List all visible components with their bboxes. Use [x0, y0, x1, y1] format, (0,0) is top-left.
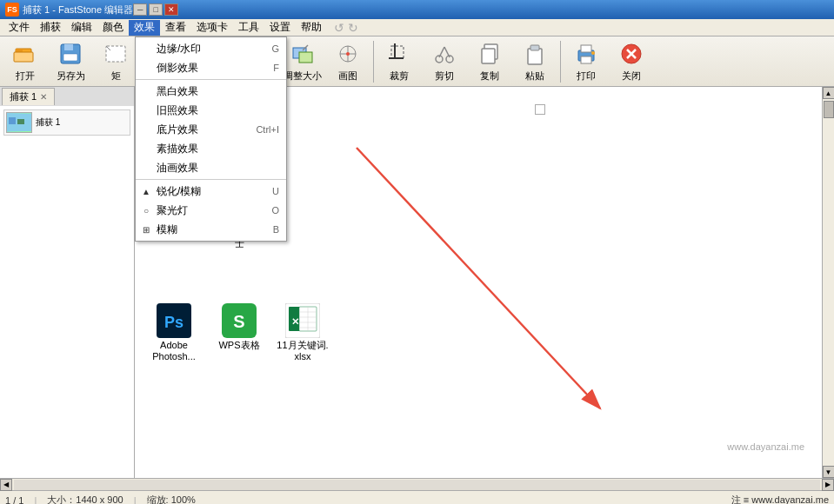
redo-icon[interactable]: ↻ [348, 21, 358, 35]
menu-sharpen-blur[interactable]: ▲ 锐化/模糊 U [136, 182, 286, 201]
draw-icon [334, 40, 362, 68]
svg-rect-36 [581, 45, 591, 52]
save-icon [57, 40, 84, 68]
open-button[interactable]: 打开 [3, 39, 47, 84]
paste-button[interactable]: 粘贴 [513, 39, 557, 84]
svg-rect-34 [530, 45, 539, 50]
resize-icon [289, 40, 317, 68]
zoom-info: 缩放: 100% [147, 494, 196, 504]
spotlight-shortcut: O [271, 205, 279, 216]
paste-label: 粘贴 [525, 70, 544, 83]
watermark: www.dayanzai.me [727, 441, 804, 452]
icon-excel[interactable]: ✕ 11月关键词.xlsx [272, 300, 333, 366]
menu-color[interactable]: 颜色 [97, 20, 129, 36]
resize-button[interactable]: 调整大小 [281, 39, 324, 84]
save-as-button[interactable]: 另存为 [49, 39, 92, 84]
open-label: 打开 [16, 70, 35, 83]
close-img-button[interactable]: 关闭 [610, 39, 653, 84]
capture-icon [102, 40, 130, 68]
draw-button[interactable]: 画图 [326, 39, 370, 84]
close-img-icon [617, 40, 645, 68]
left-panel: 捕获 1 ✕ 捕获 1 [0, 87, 135, 478]
menu-sep-1 [136, 79, 286, 80]
undo-icon[interactable]: ↺ [334, 21, 344, 35]
close-img-label: 关闭 [622, 70, 641, 83]
bw-label: 黑白效果 [157, 84, 198, 99]
title-text: 捕获 1 - FastStone 编辑器 [23, 3, 133, 17]
copy-icon [476, 40, 504, 68]
menu-tab[interactable]: 选项卡 [191, 20, 233, 36]
shadow-shortcut: F [273, 63, 279, 73]
menu-file[interactable]: 文件 [3, 20, 35, 36]
copy-button[interactable]: 复制 [468, 39, 511, 84]
svg-rect-44 [17, 119, 24, 124]
spotlight-label: 聚光灯 [157, 203, 188, 218]
print-icon [572, 40, 600, 68]
menu-spotlight[interactable]: ○ 聚光灯 O [136, 201, 286, 220]
scroll-up-button[interactable]: ▲ [823, 87, 835, 99]
blur-shortcut: B [273, 224, 279, 235]
oil-paint-icon [139, 161, 153, 175]
toolbar: 打开 另存为 矩 编辑 T 标题 [0, 36, 834, 87]
menu-tools[interactable]: 工具 [233, 20, 264, 36]
tab-capture1[interactable]: 捕获 1 ✕ [2, 88, 55, 105]
menu-bw-effect[interactable]: 黑白效果 [136, 82, 286, 101]
scroll-thumb[interactable] [824, 101, 834, 118]
app-window: FS 捕获 1 - FastStone 编辑器 ─ □ ✕ 文件 捕获 编辑 颜… [0, 0, 834, 504]
negative-label: 底片效果 [157, 123, 198, 137]
border-watermark-shortcut: G [271, 43, 279, 54]
svg-line-29 [439, 47, 444, 57]
window-controls: ─ □ ✕ [133, 3, 178, 16]
save-as-label: 另存为 [57, 70, 85, 83]
cut-button[interactable]: 剪切 [423, 39, 466, 84]
menu-old-photo[interactable]: 旧照效果 [136, 101, 286, 120]
menu-border-watermark[interactable]: 边缘/水印 G [136, 39, 286, 58]
thumbnail-area[interactable]: 捕获 1 [0, 106, 134, 478]
menu-negative[interactable]: 底片效果 Ctrl+I [136, 120, 286, 139]
tab-close-icon[interactable]: ✕ [40, 92, 47, 102]
thumbnail-item[interactable]: 捕获 1 [3, 109, 130, 136]
menu-blur[interactable]: ⊞ 模糊 B [136, 220, 286, 239]
tab-bar: 捕获 1 ✕ [0, 87, 134, 106]
sketch-icon [139, 142, 153, 156]
minimize-button[interactable]: ─ [133, 3, 147, 16]
cut-icon [430, 40, 458, 68]
print-button[interactable]: 打印 [564, 39, 608, 84]
menu-effects[interactable]: 效果 [129, 20, 160, 36]
menu-capture[interactable]: 捕获 [35, 20, 66, 36]
menu-edit[interactable]: 编辑 [66, 20, 97, 36]
excel-icon-img: ✕ [285, 303, 320, 338]
h-scroll-track[interactable] [14, 480, 820, 490]
scroll-left-button[interactable]: ◀ [0, 479, 12, 491]
crop-button[interactable]: 裁剪 [377, 39, 421, 84]
menu-view[interactable]: 查看 [160, 20, 191, 36]
border-watermark-icon [139, 42, 153, 56]
sep1: | [34, 495, 37, 505]
svg-rect-1 [16, 49, 23, 52]
border-watermark-label: 边缘/水印 [157, 42, 201, 56]
toolbar-divider-3 [560, 41, 561, 83]
maximize-button[interactable]: □ [149, 3, 163, 16]
blur-icon: ⊞ [139, 222, 153, 236]
ps-icon-img: Ps [157, 303, 191, 338]
scroll-down-button[interactable]: ▼ [823, 466, 835, 478]
icon-photoshop[interactable]: Ps AdobePhotosh... [143, 300, 204, 366]
menu-bar: 文件 捕获 编辑 颜色 效果 查看 选项卡 工具 设置 帮助 ↺ ↻ [0, 19, 834, 36]
capture-label: 矩 [111, 70, 121, 83]
scroll-right-button[interactable]: ▶ [822, 479, 834, 491]
scrollbar-right[interactable]: ▲ ▼ [822, 87, 834, 478]
tab-label: 捕获 1 [10, 90, 37, 103]
menu-settings[interactable]: 设置 [264, 20, 296, 36]
svg-text:S: S [233, 312, 244, 331]
menu-help[interactable]: 帮助 [296, 20, 327, 36]
menu-oil-paint[interactable]: 油画效果 [136, 158, 286, 177]
close-button[interactable]: ✕ [164, 3, 178, 16]
svg-line-72 [357, 148, 600, 408]
icon-wps[interactable]: S WPS表格 [209, 300, 270, 355]
wps-icon-img: S [222, 303, 257, 338]
spotlight-icon: ○ [139, 203, 153, 217]
status-bar: 1 / 1 | 大小：1440 x 900 | 缩放: 100% 注 ≡ www… [0, 490, 834, 504]
menu-sketch[interactable]: 素描效果 [136, 139, 286, 158]
capture-button[interactable]: 矩 [94, 39, 137, 84]
menu-shadow-effect[interactable]: 倒影效果 F [136, 58, 286, 77]
